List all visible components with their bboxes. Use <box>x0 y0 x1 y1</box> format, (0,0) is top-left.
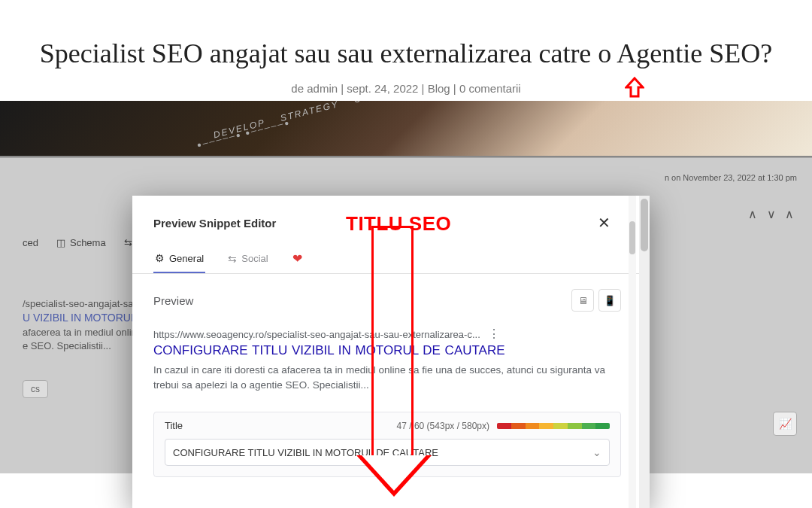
modal-header: Preview Snippet Editor ✕ <box>132 196 650 244</box>
meta-author[interactable]: admin <box>307 82 338 95</box>
desktop-icon: 🖥 <box>578 295 588 306</box>
serp-preview[interactable]: https://www.seoagency.ro/specialist-seo-… <box>153 328 621 392</box>
close-icon[interactable]: ✕ <box>598 214 611 232</box>
meta-date: sept. 24, 2022 <box>347 82 418 95</box>
tab-ced[interactable]: ced <box>23 237 38 248</box>
heart-icon[interactable]: ❤ <box>291 244 304 273</box>
page-h1: Specialist SEO angajat sau sau externali… <box>15 38 797 70</box>
bg-chart-icon[interactable]: 📈 <box>773 412 797 436</box>
mobile-preview-button[interactable]: 📱 <box>598 289 621 312</box>
title-field-header: Title 47 / 60 (543px / 580px) <box>165 420 610 431</box>
desktop-preview-button[interactable]: 🖥 <box>571 289 594 312</box>
title-input-value: CONFIGURARE TITLU VIZIBIL IN MOTORUL DE … <box>173 447 592 458</box>
title-char-count: 47 / 60 (543px / 580px) <box>397 421 489 431</box>
mobile-icon: 📱 <box>604 295 616 306</box>
bg-cs-button[interactable]: cs <box>23 380 48 398</box>
tab-social-label: Social <box>241 253 268 264</box>
schema-icon: ◫ <box>56 237 65 248</box>
meta-sep: | <box>453 82 456 95</box>
tab-general-label: General <box>169 253 204 264</box>
modal-inner-scrollbar[interactable] <box>629 196 636 508</box>
bg-serp-desc: afacerea ta in mediul online e SEO. Spec… <box>23 326 150 353</box>
title-input[interactable]: CONFIGURARE TITLU VIZIBIL IN MOTORUL DE … <box>165 439 610 466</box>
title-strength-rail <box>497 423 610 429</box>
modal-title: Preview Snippet Editor <box>153 217 276 230</box>
share-icon: ⇆ <box>228 253 237 265</box>
meta-sep: | <box>341 82 344 95</box>
bg-serp-url: /specialist-seo-angajat-sau <box>23 297 150 311</box>
hero-image-strip <box>0 101 812 157</box>
serp-url: https://www.seoagency.ro/specialist-seo-… <box>153 328 621 340</box>
modal-tabs: ⚙ General ⇆ Social ❤ <box>132 244 650 274</box>
serp-title: CONFIGURARE TITLU VIZIBIL IN MOTORUL DE … <box>153 343 621 358</box>
title-field-box: Title 47 / 60 (543px / 580px) CONFIGURAR… <box>153 412 621 477</box>
tab-general[interactable]: ⚙ General <box>153 245 205 273</box>
modal-outer-scrollbar[interactable] <box>639 196 650 508</box>
meta-comments[interactable]: 0 comentarii <box>459 82 521 95</box>
meta-by: de <box>291 82 304 95</box>
title-count-rail: 47 / 60 (543px / 580px) <box>397 421 610 431</box>
modal-body: Preview 🖥 📱 https://www.seoagency.ro/spe… <box>132 274 650 477</box>
panel-collapse-controls[interactable]: ∧ ∨ ∧ <box>748 207 797 221</box>
tab-schema[interactable]: ◫ Schema <box>56 237 106 248</box>
preview-label: Preview <box>153 294 193 307</box>
chevron-down-icon[interactable]: ⌄ <box>592 446 601 458</box>
snippet-editor-modal: Preview Snippet Editor ✕ ⚙ General ⇆ Soc… <box>132 196 650 508</box>
serp-description: In cazul in care iti doresti ca afacerea… <box>153 363 621 392</box>
tab-social[interactable]: ⇆ Social <box>226 245 269 272</box>
gear-icon: ⚙ <box>155 252 165 264</box>
article-header: Specialist SEO angajat sau sau externali… <box>0 0 812 101</box>
title-field-label: Title <box>165 420 183 431</box>
meta-sep: | <box>422 82 425 95</box>
tab-share-icon[interactable]: ⇆ <box>124 237 132 248</box>
serp-menu-icon[interactable]: ⋮ <box>488 328 500 340</box>
meta-category[interactable]: Blog <box>428 82 450 95</box>
device-toggle: 🖥 📱 <box>571 289 621 312</box>
rankmath-tabs-row: ced ◫ Schema ⇆ <box>23 237 132 248</box>
preview-row: Preview 🖥 📱 <box>153 289 621 312</box>
post-meta: de admin | sept. 24, 2022 | Blog | 0 com… <box>15 82 797 95</box>
publish-meta-text: n on November 23, 2022 at 1:30 pm <box>665 173 797 182</box>
bg-serp-title: U VIZIBIL IN MOTORUI <box>23 311 150 326</box>
bg-serp-preview: /specialist-seo-angajat-sau U VIZIBIL IN… <box>23 297 150 353</box>
